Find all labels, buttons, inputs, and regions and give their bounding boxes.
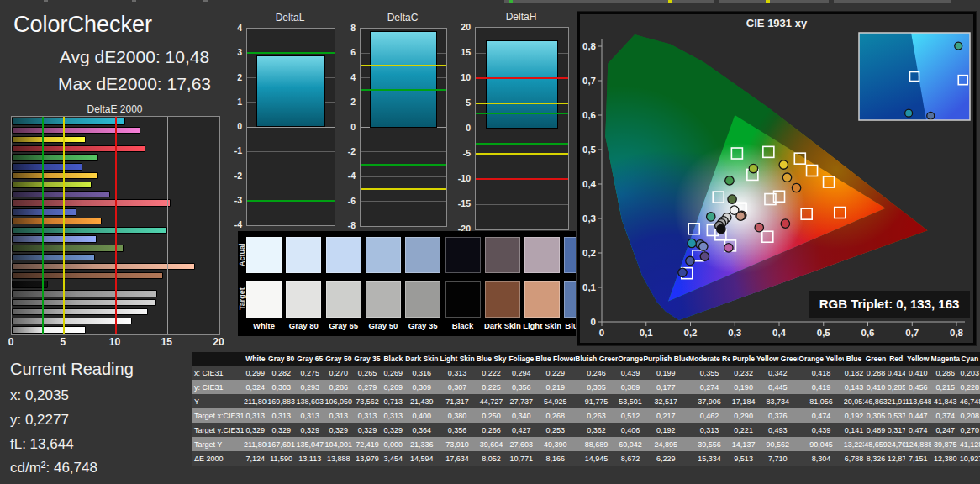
table-cell: 39,875 <box>931 437 960 451</box>
reading-x: x: 0,2035 <box>10 387 69 404</box>
top-strip-segment <box>834 0 951 3</box>
column-header: Gray 80 <box>267 352 296 366</box>
table-cell: 0,286 <box>324 380 353 394</box>
y-axis-tick-label: 5 <box>446 97 471 108</box>
measurement-table: WhiteGray 80Gray 65Gray 50Gray 35BlackDa… <box>192 352 980 466</box>
deltae2000-x-axis: 05101520 <box>11 336 219 348</box>
cie-1931-panel: CIE 1931 xy <box>577 12 976 345</box>
swatch-target <box>246 281 282 318</box>
y-axis-tick-label: 0,3 <box>582 213 596 224</box>
table-cell: 0,713 <box>382 394 405 408</box>
table-cell: 0,313 <box>382 408 405 423</box>
table-cell: 14,945 <box>575 451 617 466</box>
table-row: Y211,806169,883138,603106,05073,5620,713… <box>192 394 980 408</box>
table-cell: 135,047 <box>296 437 324 451</box>
page-title: ColorChecker <box>13 12 152 38</box>
swatch-label: Gray 35 <box>403 321 443 330</box>
measured-marker <box>699 242 708 250</box>
limit-line <box>247 52 335 54</box>
table-cell: 0,414 <box>888 366 905 380</box>
row-label: y: CIE31 <box>192 380 244 394</box>
table-cell: 54,925 <box>535 394 575 408</box>
swatch-target <box>485 281 520 318</box>
table-cell: 0,299 <box>244 366 267 380</box>
table-cell: 0,342 <box>756 366 798 380</box>
table-cell: 0,274 <box>688 380 730 394</box>
table-cell: 6,788 <box>844 451 864 466</box>
column-header: Purple <box>730 352 756 366</box>
deltae-bar <box>12 290 157 297</box>
swatch-actual <box>445 237 481 273</box>
table-cell: 0,203 <box>960 366 980 380</box>
table-cell: 21,913 <box>888 394 905 408</box>
column-header: Gray 65 <box>296 352 324 366</box>
table-row: x: CIE310,2990,2820,2750,2700,2650,2690,… <box>192 366 980 380</box>
table-cell: 81,056 <box>798 394 844 408</box>
limit-line <box>361 89 446 91</box>
limit-line <box>476 77 568 79</box>
table-row: Target Y211,806167,601135,047104,00172,4… <box>192 437 980 451</box>
swatch-label: Gray 80 <box>283 321 324 330</box>
swatch-target <box>405 281 440 318</box>
table-cell: 0,439 <box>618 366 644 380</box>
table-cell: 9,513 <box>730 451 756 466</box>
table-cell: 0,143 <box>844 380 864 394</box>
limit-line <box>476 178 568 180</box>
gridline <box>476 204 568 205</box>
measured-marker <box>781 219 789 228</box>
table-cell: 0,439 <box>798 423 844 437</box>
table-cell: 0,268 <box>535 408 575 423</box>
deltae-bar <box>12 199 171 206</box>
x-axis-tick-label: 0,6 <box>861 328 875 338</box>
table-cell: 17,184 <box>730 394 756 408</box>
measured-marker <box>688 239 696 247</box>
table-cell: 0,307 <box>439 380 476 394</box>
column-header: Bluish Green <box>575 352 617 366</box>
table-cell: 0,282 <box>267 366 296 380</box>
table-cell: 21,336 <box>405 437 440 451</box>
table-cell: 0,419 <box>798 380 844 394</box>
table-cell: 27,737 <box>507 394 535 408</box>
table-cell: 0,329 <box>353 423 382 437</box>
table-cell: 0,329 <box>382 423 405 437</box>
deltae-bar <box>12 227 167 234</box>
measured-marker <box>725 176 734 185</box>
table-cell: 0,364 <box>405 423 440 437</box>
table-cell: 90,045 <box>798 437 844 451</box>
table-cell: 39,604 <box>476 437 507 451</box>
table-cell: 46,748 <box>960 394 980 408</box>
table-cell: 0,474 <box>905 423 931 437</box>
table-cell: 13,113 <box>296 451 324 466</box>
y-axis-tick-label: 3 <box>221 47 242 57</box>
column-header: Light Skin <box>439 352 476 366</box>
table-cell: 0,374 <box>931 408 960 423</box>
deltae-bar <box>12 154 98 160</box>
table-cell: 0,329 <box>296 423 324 437</box>
swatch-actual <box>485 237 520 273</box>
table-cell: 0,493 <box>756 423 798 437</box>
deltae-bar <box>12 299 156 306</box>
row-label: Y <box>192 394 244 408</box>
table-cell: 0,356 <box>439 423 476 437</box>
y-axis-tick-label: 10 <box>446 72 471 82</box>
swatch-target <box>445 281 481 318</box>
table-cell: 0,389 <box>618 380 644 394</box>
y-axis-tick-label: 6 <box>335 47 356 57</box>
measured-marker <box>736 212 745 220</box>
table-cell: 0,270 <box>324 366 353 380</box>
measured-marker <box>779 160 788 169</box>
table-cell: 0,313 <box>688 423 730 437</box>
table-cell: 0,279 <box>353 380 382 394</box>
table-cell: 0,270 <box>960 423 980 437</box>
deltae2000-plot-area <box>11 116 220 335</box>
table-cell: 53,501 <box>618 394 644 408</box>
column-header: Blue Flower <box>535 352 575 366</box>
table-cell: 73,910 <box>439 437 476 451</box>
swatch-comparison-panel: Actual Target WhiteGray 80Gray 65Gray 50… <box>238 231 576 336</box>
limit-line <box>115 117 117 334</box>
reading-cdm2: cd/m²: 46,748 <box>10 460 97 476</box>
table-cell: 41,128 <box>960 437 980 451</box>
table-cell: 60,042 <box>618 437 644 451</box>
table-cell: 0,313 <box>244 408 267 423</box>
gridline <box>247 151 335 152</box>
